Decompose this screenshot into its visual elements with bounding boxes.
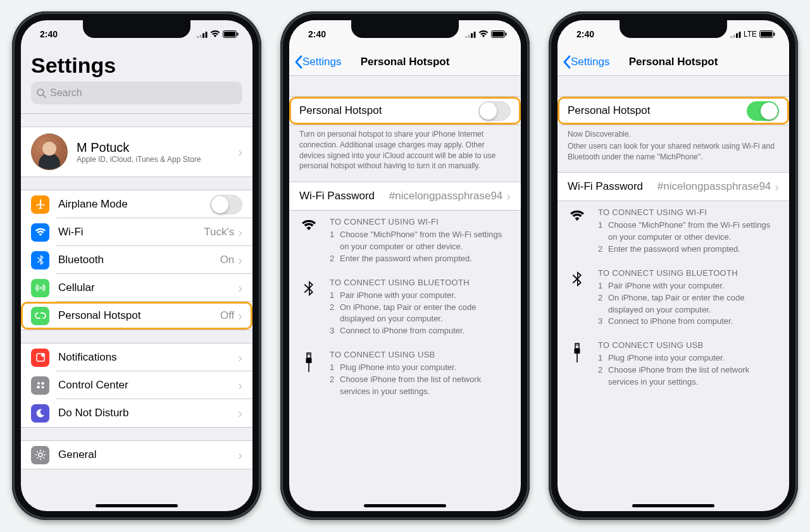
airplane-switch[interactable] [210,195,242,214]
profile-subtitle: Apple ID, iCloud, iTunes & App Store [77,155,229,164]
cellular-cell[interactable]: Cellular › [21,274,252,302]
connect-usb-title: TO CONNECT USING USB [330,350,511,359]
svg-rect-30 [492,32,504,37]
wifi-cell[interactable]: Wi-Fi Tuck's › [21,218,252,246]
wifi-label: Wi-Fi [58,226,204,238]
page-title: Settings [21,48,252,82]
connect-bt-step: On iPhone, tap Pair or enter the code di… [340,302,511,326]
svg-rect-47 [575,349,580,354]
bluetooth-icon [568,268,587,328]
hotspot-toggle-cell[interactable]: Personal Hotspot [289,97,521,125]
nav-back-button[interactable]: Settings [563,55,609,69]
dnd-cell[interactable]: Do Not Disturb › [21,399,252,427]
search-placeholder: Search [50,87,82,99]
connect-bt-step: Pair iPhone with your computer. [608,280,725,292]
svg-rect-28 [474,32,476,38]
hotspot-on-footer1: Now Discoverable. [558,125,789,140]
hotspot-switch-off[interactable] [478,101,511,121]
svg-rect-2 [202,33,204,38]
chevron-right-icon: › [775,180,779,193]
control-center-label: Control Center [58,379,238,392]
notifications-icon [31,349,49,367]
connect-wifi-step: Choose "MichPhone" from the Wi-Fi settin… [340,229,511,253]
connect-bt-step: On iPhone, tap Pair or enter the code di… [608,292,779,316]
svg-rect-33 [308,354,308,356]
connect-bt-step: Pair iPhone with your computer. [340,290,456,302]
control-center-cell[interactable]: Control Center › [21,371,252,399]
svg-rect-38 [733,35,735,38]
cellular-signal-icon [730,31,741,38]
home-indicator[interactable] [632,504,714,507]
hotspot-off-screen: 2:40 Settings Personal Hotspot Personal … [289,20,521,511]
connect-usb-section: TO CONNECT USING USB 1Plug iPhone into y… [289,343,521,404]
apple-id-cell[interactable]: M Potuck Apple ID, iCloud, iTunes & App … [21,127,252,176]
connect-wifi-step: Choose "MichPhone" from the Wi-Fi settin… [608,220,779,244]
svg-rect-6 [237,33,239,36]
svg-rect-48 [576,354,578,362]
gear-icon [31,446,49,464]
connect-usb-title: TO CONNECT USING USB [598,340,779,350]
battery-icon [491,30,507,38]
bluetooth-cell[interactable]: Bluetooth On › [21,246,252,274]
notch [83,20,190,38]
general-cell[interactable]: General › [21,441,252,469]
svg-rect-0 [197,36,199,38]
nav-bar: Settings Personal Hotspot [558,48,789,76]
notifications-cell[interactable]: Notifications › [21,343,252,371]
chevron-right-icon: › [238,254,242,266]
hotspot-toggle-label: Personal Hotspot [568,104,747,117]
wifi-password-value: #nicelongpassphrase94 [389,190,503,202]
home-indicator[interactable] [364,504,446,507]
chevron-left-icon [563,55,571,69]
status-time: 2:40 [308,29,326,39]
wifi-icon [568,207,587,256]
svg-rect-46 [578,345,578,346]
carrier-mode: LTE [744,30,757,39]
svg-rect-42 [761,32,772,37]
wifi-password-cell[interactable]: Wi-Fi Password #nicelongpassphrase94 › [558,173,789,201]
bluetooth-label: Bluetooth [58,254,220,266]
connect-bt-step: Connect to iPhone from computer. [608,316,733,328]
svg-rect-43 [774,33,775,36]
wifi-password-cell[interactable]: Wi-Fi Password #nicelongpassphrase94 › [289,182,521,210]
profile-name: M Potuck [77,140,229,155]
dnd-label: Do Not Disturb [58,407,238,419]
hotspot-icon [31,307,49,325]
home-indicator[interactable] [96,504,178,507]
airplane-mode-cell[interactable]: Airplane Mode [21,190,252,218]
hotspot-switch-on[interactable] [747,101,779,121]
personal-hotspot-cell[interactable]: Personal Hotspot Off › [21,302,252,330]
connect-wifi-section: TO CONNECT USING WI-FI 1Choose "MichPhon… [558,201,789,262]
svg-line-21 [37,451,38,452]
connect-usb-step: Plug iPhone into your computer. [340,362,456,374]
battery-icon [759,30,775,38]
svg-rect-25 [465,36,467,38]
hotspot-toggle-cell[interactable]: Personal Hotspot [558,97,789,125]
connect-wifi-title: TO CONNECT USING WI-FI [598,207,779,217]
nav-back-button[interactable]: Settings [294,55,341,69]
wifi-password-label: Wi-Fi Password [568,180,657,193]
wifi-icon [31,223,49,242]
moon-icon [31,404,49,423]
usb-icon [568,340,587,388]
svg-line-23 [37,457,38,459]
connect-usb-step: Choose iPhone from the list of network s… [340,374,511,398]
phone-3: 2:40 LTE Settings Personal Hotspot Perso… [549,11,798,520]
cellular-icon [31,279,49,297]
nav-title: Personal Hotspot [361,56,450,68]
chevron-right-icon: › [238,379,242,392]
status-time: 2:40 [40,29,58,39]
connect-usb-step: Plug iPhone into your computer. [608,352,725,364]
chevron-right-icon: › [238,448,242,461]
connect-wifi-step: Enter the password when prompted. [340,253,472,265]
bluetooth-icon [31,251,49,269]
search-input[interactable]: Search [31,82,242,104]
wifi-icon [210,30,220,38]
nav-back-label: Settings [302,56,341,68]
cellular-signal-icon [465,31,476,38]
chevron-right-icon: › [238,226,242,238]
svg-line-8 [43,95,46,97]
svg-rect-37 [730,36,732,38]
hotspot-toggle-label: Personal Hotspot [299,104,478,117]
svg-rect-32 [307,353,311,358]
